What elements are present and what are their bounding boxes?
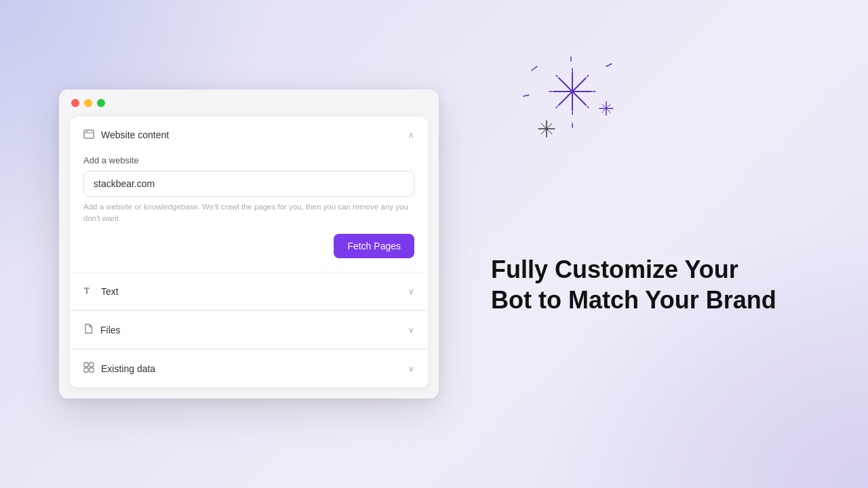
- svg-rect-5: [84, 363, 88, 367]
- dot-yellow[interactable]: [84, 99, 92, 107]
- text-chevron-icon: ∨: [408, 287, 414, 296]
- existing-data-section[interactable]: Existing data ∨: [70, 350, 428, 388]
- existing-data-chevron-icon: ∨: [408, 364, 414, 373]
- fetch-btn-row: Fetch Pages: [83, 234, 414, 258]
- files-section-label: Files: [100, 325, 121, 336]
- website-content-section: Website content ∧ Add a website Add a we…: [70, 117, 428, 272]
- headline: Fully Customize Your Bot to Match Your B…: [491, 254, 776, 315]
- left-panel: Website content ∧ Add a website Add a we…: [0, 0, 477, 488]
- headline-line2: Bot to Match Your Brand: [491, 285, 776, 315]
- website-body: Add a website Add a website or knowledge…: [70, 151, 428, 272]
- svg-line-29: [532, 66, 537, 70]
- browser-window: Website content ∧ Add a website Add a we…: [59, 89, 439, 399]
- main-layout: Website content ∧ Add a website Add a we…: [0, 0, 868, 488]
- text-icon: T: [83, 285, 94, 298]
- text-section[interactable]: T Text ∨: [70, 272, 428, 310]
- website-icon: [83, 129, 94, 142]
- files-section-left: Files: [83, 323, 121, 336]
- svg-line-18: [587, 75, 589, 77]
- website-section-left: Website content: [83, 129, 169, 142]
- helper-text: Add a website or knowledgebase. We'll cr…: [83, 201, 414, 225]
- files-chevron-icon: ∨: [408, 325, 414, 335]
- website-content-header[interactable]: Website content ∧: [70, 117, 428, 151]
- browser-titlebar: [59, 89, 439, 117]
- content-card: Website content ∧ Add a website Add a we…: [70, 117, 428, 388]
- files-icon: [83, 323, 94, 336]
- fetch-pages-button[interactable]: Fetch Pages: [334, 234, 414, 258]
- svg-line-31: [524, 95, 529, 96]
- browser-content: Website content ∧ Add a website Add a we…: [59, 117, 439, 399]
- right-panel: Fully Customize Your Bot to Match Your B…: [477, 0, 868, 488]
- existing-data-left: Existing data: [83, 362, 155, 375]
- svg-rect-7: [84, 368, 88, 372]
- svg-line-20: [587, 106, 589, 108]
- svg-rect-8: [90, 368, 94, 372]
- svg-line-19: [556, 106, 557, 108]
- url-input[interactable]: [83, 171, 414, 197]
- svg-line-30: [606, 64, 612, 66]
- svg-text:T: T: [84, 286, 90, 296]
- svg-rect-0: [84, 130, 94, 138]
- website-chevron-icon: ∧: [408, 130, 414, 140]
- svg-line-17: [556, 75, 557, 77]
- text-section-label: Text: [101, 286, 119, 297]
- svg-rect-6: [90, 363, 94, 367]
- dot-green[interactable]: [97, 99, 105, 107]
- website-section-label: Website content: [101, 129, 169, 140]
- add-website-label: Add a website: [83, 155, 414, 165]
- dot-red[interactable]: [71, 99, 79, 107]
- sparkle-decoration: [518, 54, 627, 163]
- existing-data-icon: [83, 362, 94, 375]
- files-section[interactable]: Files ∨: [70, 311, 428, 349]
- existing-data-label: Existing data: [101, 363, 155, 374]
- sparkle-svg: [518, 54, 627, 163]
- text-section-left: T Text: [83, 285, 119, 298]
- headline-line1: Fully Customize Your: [491, 254, 776, 285]
